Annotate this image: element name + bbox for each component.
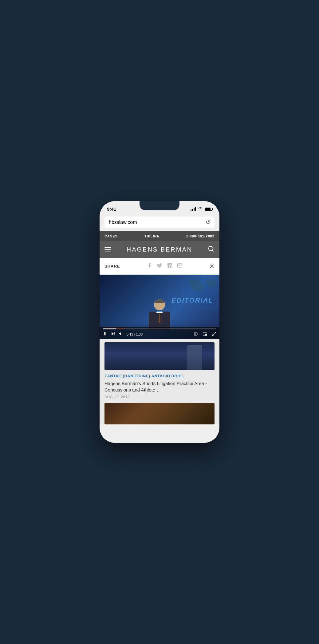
- share-bar: SHARE: [100, 258, 219, 275]
- fullscreen-button[interactable]: [212, 332, 216, 337]
- battery-icon: [205, 207, 212, 211]
- facebook-share-icon[interactable]: [147, 263, 152, 270]
- svg-line-15: [215, 332, 216, 333]
- nav-cases[interactable]: CASES: [104, 234, 118, 238]
- search-icon[interactable]: [208, 245, 215, 254]
- svg-line-1: [212, 250, 214, 251]
- editorial-badge: EDITORIAL: [171, 296, 213, 304]
- main-header: HAGENS BERMAN: [100, 241, 219, 258]
- signal-bars-icon: [191, 207, 196, 211]
- url-bar-inner[interactable]: hbsslaw.com ↺: [104, 217, 215, 228]
- progress-bar[interactable]: [103, 328, 216, 329]
- article-date: AUG 12, 2019: [104, 395, 215, 399]
- nav-tipline[interactable]: TIPLINE: [144, 234, 160, 238]
- phone-frame: 9:41 hbsslaw.com: [100, 201, 219, 443]
- share-label: SHARE: [104, 264, 120, 268]
- article-title: Hagens Berman's Sports Litigation Practi…: [104, 380, 215, 393]
- svg-line-16: [213, 334, 214, 336]
- svg-rect-8: [105, 332, 106, 336]
- anchor-head: [154, 299, 165, 310]
- skip-forward-button[interactable]: [111, 331, 116, 337]
- news-thumbnail: OIL STEVE BERMAN Attorney in class actio…: [104, 342, 215, 370]
- progress-fill: [103, 328, 116, 329]
- share-modal: SHARE: [100, 258, 219, 339]
- svg-marker-11: [119, 332, 121, 335]
- volume-button[interactable]: [119, 331, 124, 337]
- url-text: hbsslaw.com: [109, 220, 137, 225]
- twitter-share-icon[interactable]: [157, 263, 162, 270]
- video-controls[interactable]: 0:11 / 1:38: [100, 327, 219, 339]
- status-icons: [191, 207, 212, 211]
- svg-rect-7: [104, 332, 105, 336]
- svg-rect-10: [114, 332, 114, 336]
- notch: [140, 201, 179, 210]
- svg-point-12: [195, 333, 196, 335]
- svg-point-3: [167, 263, 168, 264]
- site-title: HAGENS BERMAN: [127, 246, 193, 253]
- svg-point-0: [209, 246, 213, 251]
- top-nav: CASES TIPLINE 1-888-381-2889: [100, 231, 219, 241]
- time-display: 0:11 / 1:38: [127, 332, 189, 336]
- controls-row: 0:11 / 1:38: [103, 331, 216, 337]
- second-thumbnail: [104, 403, 215, 424]
- pip-button[interactable]: [203, 332, 207, 337]
- wifi-icon: [198, 207, 203, 211]
- share-icons: [147, 262, 183, 270]
- linkedin-share-icon[interactable]: [167, 262, 173, 270]
- status-time: 9:41: [107, 206, 116, 212]
- svg-rect-14: [205, 334, 207, 335]
- content-area: OIL STEVE BERMAN Attorney in class actio…: [100, 339, 219, 424]
- email-share-icon[interactable]: [177, 263, 183, 270]
- video-player: EDITORIAL: [100, 275, 219, 339]
- nav-phone[interactable]: 1-888-381-2889: [186, 234, 215, 238]
- pause-button[interactable]: [103, 331, 108, 337]
- settings-button[interactable]: [194, 332, 198, 337]
- svg-marker-9: [112, 332, 114, 336]
- article-tag[interactable]: ZANTAC (RANITIDINE) ANTACID DRUG: [104, 374, 215, 378]
- reload-icon[interactable]: ↺: [206, 219, 210, 226]
- url-bar[interactable]: hbsslaw.com ↺: [100, 215, 219, 231]
- close-modal-button[interactable]: ✕: [209, 263, 215, 270]
- hamburger-menu-icon[interactable]: [104, 247, 111, 252]
- phone-screen: 9:41 hbsslaw.com: [100, 201, 219, 443]
